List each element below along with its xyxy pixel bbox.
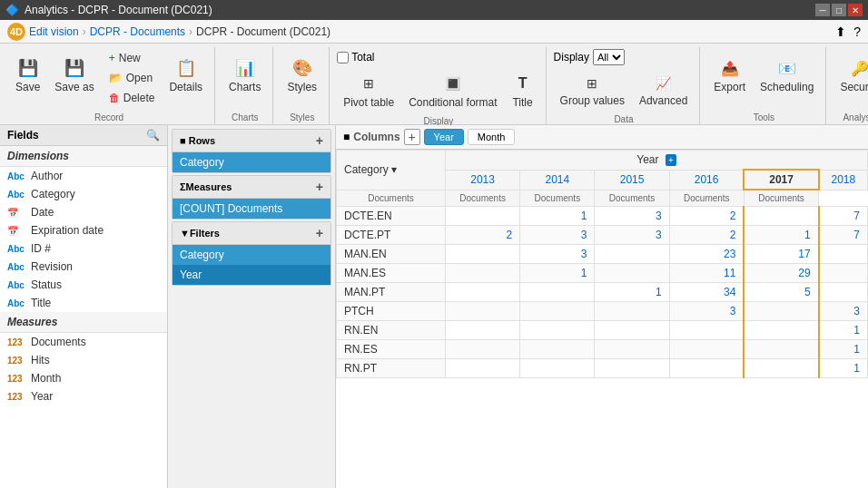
table-row: RN.ES1 [337, 340, 868, 359]
scheduling-button[interactable]: 📧 Scheduling [754, 49, 820, 102]
ribbon-group-data: Display All ⊞ Group values 📈 Advanced [548, 47, 701, 124]
export-button[interactable]: 📤 Export [707, 49, 752, 102]
delete-button[interactable]: 🗑 Delete [103, 89, 162, 107]
year-header-2018[interactable]: 2018 [819, 170, 868, 190]
category-cell-6[interactable]: RN.EN [337, 321, 446, 340]
minimize-button[interactable]: ─ [815, 4, 830, 16]
rows-section: ■ Rows + Category [172, 129, 331, 173]
collapse-button[interactable]: ⬆ [835, 24, 846, 39]
data-cell-7-4 [744, 340, 818, 359]
year-header-2013[interactable]: 2013 [446, 170, 520, 190]
category-cell-7[interactable]: RN.ES [337, 340, 446, 359]
security-icon: 🔑 [849, 57, 868, 79]
details-button[interactable]: 📋 Details [163, 49, 209, 102]
category-cell-2[interactable]: MAN.EN [337, 245, 446, 264]
data-cell-6-4 [744, 321, 818, 340]
data-cell-5-0 [446, 302, 520, 321]
field-date[interactable]: 📅 Date [0, 203, 167, 221]
charts-group-label: Charts [222, 112, 267, 122]
category-cell-3[interactable]: MAN.ES [337, 264, 446, 283]
styles-button[interactable]: 🎨 Styles [281, 49, 323, 102]
ribbon-group-display: Total ⊞ Pivot table 🔳 Conditional format… [331, 47, 546, 124]
category-cell-4[interactable]: MAN.PT [337, 283, 446, 302]
group-values-button[interactable]: ⊞ Group values [554, 71, 631, 111]
open-button[interactable]: 📂 Open [103, 69, 162, 87]
columns-icon: ■ [343, 131, 350, 143]
field-id[interactable]: Abc ID # [0, 239, 167, 258]
year-plus-icon[interactable]: + [666, 154, 676, 166]
columns-add-button[interactable]: + [404, 129, 420, 145]
advanced-button[interactable]: 📈 Advanced [633, 71, 694, 111]
field-expiration-date[interactable]: 📅 Expiration date [0, 221, 167, 239]
data-table-container[interactable]: Category ▾ Year + 2013201420152016201720… [336, 150, 868, 488]
year-header-2017[interactable]: 2017 [744, 170, 818, 190]
data-cell-1-0: 2 [446, 226, 520, 245]
breadcrumb-sep2: › [189, 25, 192, 38]
data-cell-3-5 [819, 264, 868, 283]
pivot-icon: ⊞ [358, 73, 380, 94]
close-button[interactable]: ✕ [848, 4, 863, 16]
field-title[interactable]: Abc Title [0, 294, 167, 312]
field-month[interactable]: 123 Month [0, 369, 167, 387]
field-documents[interactable]: 123 Documents [0, 333, 167, 351]
ribbon-group-tools: 📤 Export 📧 Scheduling Tools [702, 47, 826, 124]
display-select[interactable]: All [593, 49, 625, 65]
table-row: PTCH33 [337, 302, 868, 321]
title-button[interactable]: T Title [506, 69, 540, 112]
dimensions-header: Dimensions [0, 146, 167, 167]
author-label: Author [31, 170, 63, 182]
date-label: Date [31, 206, 54, 219]
pivot-table-button[interactable]: ⊞ Pivot table [337, 69, 400, 112]
charts-button[interactable]: 📊 Charts [222, 49, 267, 102]
field-author[interactable]: Abc Author [0, 167, 167, 185]
conditional-format-button[interactable]: 🔳 Conditional format [402, 69, 503, 112]
breadcrumb-dcpr[interactable]: DCPR - Documents [90, 25, 185, 38]
year-header-2014[interactable]: 2014 [520, 170, 595, 190]
filters-add-icon[interactable]: + [316, 226, 323, 240]
field-revision[interactable]: Abc Revision [0, 258, 167, 276]
title-icon: T [512, 73, 534, 94]
save-button[interactable]: 💾 Save [9, 49, 46, 102]
year-tab[interactable]: Year [424, 129, 464, 145]
total-checkbox[interactable] [337, 52, 349, 63]
measures-documents-item[interactable]: [COUNT] Documents [173, 199, 330, 219]
rows-add-icon[interactable]: + [316, 133, 323, 148]
month-tab[interactable]: Month [468, 129, 516, 145]
data-cell-5-5: 3 [819, 302, 868, 321]
breadcrumb-edit-vision[interactable]: Edit vision [29, 25, 79, 38]
year-header-2015[interactable]: 2015 [595, 170, 669, 190]
security-button[interactable]: 🔑 Security [833, 49, 868, 102]
data-cell-7-2 [595, 340, 669, 359]
field-hits[interactable]: 123 Hits [0, 351, 167, 369]
help-button[interactable]: ? [853, 24, 861, 39]
category-cell-0[interactable]: DCTE.EN [337, 207, 446, 226]
ribbon-group-styles: 🎨 Styles Styles [275, 47, 330, 124]
category-cell-1[interactable]: DCTE.PT [337, 226, 446, 245]
sub-header-4: Documents [669, 190, 744, 207]
breadcrumb: Edit vision › DCPR - Documents › DCPR - … [29, 25, 330, 38]
rows-category-item[interactable]: Category [173, 152, 330, 172]
revision-label: Revision [31, 260, 73, 273]
filter-year-item[interactable]: Year [173, 265, 330, 285]
category-cell-8[interactable]: RN.PT [337, 359, 446, 378]
maximize-button[interactable]: □ [832, 4, 846, 16]
filter-category-item[interactable]: Category [173, 245, 330, 265]
measures-add-icon[interactable]: + [316, 180, 323, 194]
data-cell-5-3: 3 [669, 302, 744, 321]
field-year[interactable]: 123 Year [0, 387, 167, 405]
field-category[interactable]: Abc Category [0, 185, 167, 203]
date-type-icon: 📅 [7, 208, 25, 218]
sub-header-5: Documents [744, 190, 818, 207]
year-header-2016[interactable]: 2016 [669, 170, 744, 190]
data-cell-3-3: 11 [669, 264, 744, 283]
category-cell-5[interactable]: PTCH [337, 302, 446, 321]
data-cell-4-4: 5 [744, 283, 818, 302]
save-as-button[interactable]: 💾 Save as [48, 49, 100, 102]
measures-header: Σ Measures + [173, 176, 330, 199]
fields-search-icon[interactable]: 🔍 [146, 129, 160, 142]
total-checkbox-label[interactable]: Total [337, 49, 539, 65]
new-button[interactable]: + New [103, 49, 162, 67]
field-status[interactable]: Abc Status [0, 276, 167, 294]
save-icon: 💾 [17, 57, 39, 79]
filter-icon: ▼ [180, 228, 190, 239]
